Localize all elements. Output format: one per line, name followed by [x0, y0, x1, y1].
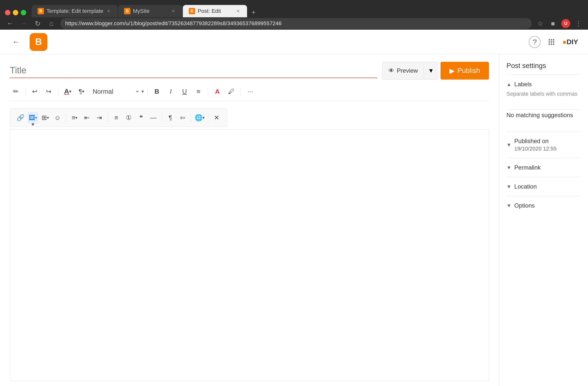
paragraph-icon: ¶ — [79, 88, 82, 95]
menu-icon[interactable]: ⋮ — [574, 19, 583, 28]
refresh-button[interactable]: ↻ — [33, 19, 42, 28]
clear-formatting-button[interactable]: ✕ — [211, 112, 222, 124]
editor-content[interactable] — [10, 129, 489, 381]
undo-icon: ↩ — [32, 88, 38, 95]
svg-rect-4 — [551, 41, 552, 43]
close-traffic-light[interactable] — [5, 10, 10, 15]
svg-rect-5 — [553, 41, 554, 43]
quote-button[interactable]: ❝ — [136, 112, 147, 124]
tab-template-edit[interactable]: B Template: Edit template ✕ — [32, 5, 118, 17]
extension-icon[interactable]: ■ — [548, 19, 557, 28]
app-back-button[interactable]: ← — [10, 36, 22, 48]
tab-label-1: Template: Edit template — [46, 8, 103, 14]
published-on-content: Published on 19/10/2020 12:55 — [514, 138, 557, 152]
underline-button[interactable]: U — [179, 86, 190, 97]
paragraph-dir-button[interactable]: ¶ — [165, 112, 176, 124]
numbered-list-button[interactable]: ① — [123, 112, 134, 124]
table-button[interactable]: ⊞ ▾ — [40, 112, 51, 124]
tab-close-1[interactable]: ✕ — [106, 8, 112, 14]
emoji-button[interactable]: ☺ — [52, 112, 63, 124]
text-color-button[interactable]: A — [211, 86, 223, 97]
tab-label-2: MySite — [133, 8, 149, 14]
tab-mysite[interactable]: B MySite ✕ — [118, 5, 182, 17]
labels-hint: Separate labels with commas — [506, 88, 581, 99]
back-button[interactable]: ← — [5, 19, 15, 28]
maximize-traffic-light[interactable] — [21, 10, 26, 15]
options-header[interactable]: ▼ Options — [506, 202, 581, 209]
image-dropdown-icon: ▾ — [35, 115, 37, 120]
pencil-tool-button[interactable]: ✏ — [10, 86, 22, 97]
bold-button[interactable]: B — [151, 86, 163, 97]
more-options-button[interactable]: ··· — [244, 86, 256, 97]
published-on-header[interactable]: ▼ Published on 19/10/2020 12:55 — [506, 138, 581, 152]
tab-close-3[interactable]: ✕ — [235, 8, 241, 14]
minimize-traffic-light[interactable] — [13, 10, 18, 15]
image-button[interactable]: 🖼 ▾ — [27, 112, 38, 124]
globe-icon: 🌐 — [195, 114, 203, 122]
format-select[interactable]: Normal Heading 1 Heading 2 Heading 3 Hea… — [89, 86, 140, 97]
separator-8 — [162, 113, 162, 122]
quote-icon: ❝ — [139, 114, 143, 122]
strikethrough-button[interactable]: ≡ — [192, 86, 204, 97]
tab-close-2[interactable]: ✕ — [170, 8, 176, 14]
new-tab-button[interactable]: + — [248, 8, 259, 16]
separator-3 — [147, 87, 147, 96]
title-input[interactable] — [10, 63, 377, 78]
undo-button[interactable]: ↩ — [29, 86, 41, 97]
horizontal-rule-button[interactable]: — — [148, 112, 159, 124]
link-button[interactable]: 🔗 — [15, 112, 26, 124]
preview-button[interactable]: 👁 Preview — [382, 62, 424, 80]
help-icon[interactable]: ? — [529, 36, 541, 48]
forward-button[interactable]: → — [19, 19, 29, 28]
address-bar: ← → ↻ ⌂ ☆ ■ U ⋮ — [0, 17, 588, 30]
tab-post-edit[interactable]: B Post: Edit ✕ — [183, 5, 247, 17]
tab-favicon-3: B — [189, 8, 195, 14]
options-chevron-icon: ▼ — [506, 203, 511, 209]
bookmark-icon[interactable]: ☆ — [536, 19, 545, 28]
indent-decrease-button[interactable]: ⇤ — [82, 112, 92, 124]
paragraph-dir-icon: ¶ — [168, 114, 172, 122]
italic-button[interactable]: I — [165, 86, 177, 97]
redo-button[interactable]: ↪ — [43, 86, 55, 97]
indent-increase-button[interactable]: ⇥ — [94, 112, 105, 124]
published-chevron-icon: ▼ — [506, 142, 511, 148]
sidebar-title: Post settings — [506, 62, 581, 75]
highlight-button[interactable]: 🖊 — [225, 86, 237, 97]
indent-decrease-icon: ⇤ — [84, 114, 90, 122]
publish-label: Publish — [457, 67, 480, 75]
bullet-list-button[interactable]: ≡ — [111, 112, 122, 124]
pencil-icon: ✏ — [13, 88, 19, 95]
preview-dropdown-button[interactable]: ▼ — [424, 62, 438, 80]
user-avatar[interactable]: U — [561, 19, 570, 28]
format-paragraph-button[interactable]: ¶ ▾ — [76, 86, 87, 97]
align-dropdown-icon: ▾ — [75, 115, 77, 120]
browser-chrome: B Template: Edit template ✕ B MySite ✕ B… — [0, 0, 588, 30]
align-button[interactable]: ≡ ▾ — [69, 112, 80, 124]
rtl-button[interactable]: ⇦ — [177, 112, 188, 124]
labels-section: ▲ Labels Separate labels with commas No … — [506, 75, 581, 131]
labels-input[interactable] — [506, 99, 581, 110]
published-on-date: 19/10/2020 12:55 — [514, 146, 557, 152]
options-label: Options — [514, 202, 535, 209]
app-header-right: ? ●DIY — [529, 36, 578, 48]
location-chevron-icon: ▼ — [506, 184, 511, 190]
location-header[interactable]: ▼ Location — [506, 183, 581, 190]
bullet-list-icon: ≡ — [114, 114, 118, 122]
svg-rect-3 — [549, 41, 550, 43]
separator-6 — [66, 113, 66, 122]
font-color-button[interactable]: A ▾ — [62, 86, 74, 97]
table-dropdown-icon: ▾ — [47, 115, 49, 120]
labels-section-header[interactable]: ▲ Labels — [506, 81, 581, 88]
home-button[interactable]: ⌂ — [46, 19, 56, 28]
separator-10 — [208, 113, 208, 122]
more-icon: ··· — [248, 88, 253, 95]
permalink-header[interactable]: ▼ Permalink — [506, 164, 581, 171]
url-input[interactable] — [60, 18, 532, 29]
redo-icon: ↪ — [46, 88, 51, 95]
labels-chevron-icon: ▲ — [506, 82, 511, 87]
language-button[interactable]: 🌐 ▾ — [194, 112, 205, 124]
grid-icon[interactable] — [546, 36, 557, 48]
preview-label: Preview — [397, 67, 418, 74]
separator-1 — [25, 87, 25, 96]
publish-button[interactable]: ▶ Publish — [441, 62, 489, 80]
